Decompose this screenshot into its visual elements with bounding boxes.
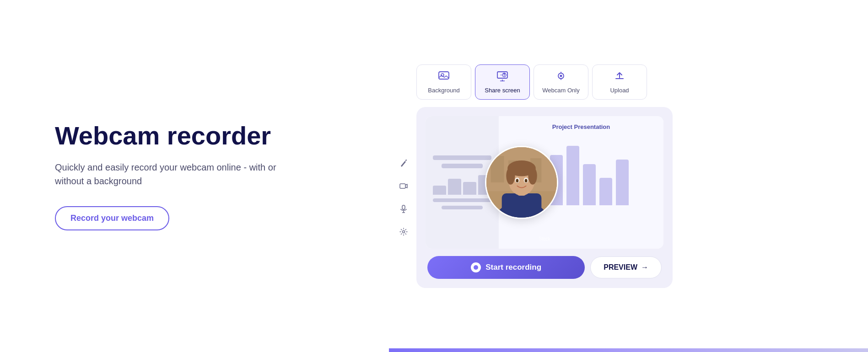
tab-webcam-only-label: Webcam Only xyxy=(542,87,579,94)
stock-watermark: Stock xyxy=(539,236,550,241)
recorder-area: Project Presentation xyxy=(416,107,673,288)
upload-icon xyxy=(614,70,625,84)
tab-upload-label: Upload xyxy=(610,87,629,94)
share-screen-icon xyxy=(496,70,508,84)
preview-button[interactable]: PREVIEW → xyxy=(590,256,662,278)
doc-bar-chart xyxy=(433,172,491,195)
video-button[interactable] xyxy=(396,179,411,193)
page-title: Webcam recorder xyxy=(55,122,352,150)
background-icon xyxy=(438,70,450,84)
action-bar: Start recording PREVIEW → xyxy=(426,256,663,279)
svg-point-26 xyxy=(506,167,515,185)
start-recording-button[interactable]: Start recording xyxy=(427,256,585,279)
tab-share-screen-label: Share screen xyxy=(485,87,520,94)
svg-rect-9 xyxy=(400,184,405,188)
webcam-overlay xyxy=(485,146,558,219)
preview-label: PREVIEW xyxy=(604,263,637,272)
chart-bar xyxy=(599,178,612,205)
chart-bar xyxy=(583,164,596,205)
arrow-right-icon: → xyxy=(641,263,648,272)
preview-content: Project Presentation xyxy=(426,116,663,249)
right-panel: Background Share screen xyxy=(389,0,868,352)
doc-bar-2 xyxy=(442,164,483,168)
svg-rect-10 xyxy=(402,205,405,209)
chart-bar xyxy=(566,146,579,205)
webcam-only-icon xyxy=(555,70,567,84)
recorder-sidebar xyxy=(396,156,411,239)
doc-bar-3 xyxy=(433,198,491,202)
record-webcam-button[interactable]: Record your webcam xyxy=(55,206,169,230)
tab-background[interactable]: Background xyxy=(416,64,471,100)
tab-webcam-only[interactable]: Webcam Only xyxy=(534,64,588,100)
svg-point-31 xyxy=(525,179,528,182)
svg-point-27 xyxy=(528,167,537,185)
svg-point-30 xyxy=(516,179,518,182)
recorder-preview: Project Presentation xyxy=(426,116,663,249)
chart-title: Project Presentation xyxy=(508,123,654,130)
magic-tool-button[interactable] xyxy=(396,156,411,171)
chart-bar xyxy=(616,160,629,205)
svg-rect-16 xyxy=(491,156,504,182)
record-dot xyxy=(471,262,481,272)
svg-point-13 xyxy=(403,230,405,233)
tab-background-label: Background xyxy=(428,87,459,94)
left-panel: Webcam recorder Quickly and easily recor… xyxy=(0,0,389,352)
mode-tabs: Background Share screen xyxy=(416,64,647,100)
mic-button[interactable] xyxy=(396,202,411,216)
tab-upload[interactable]: Upload xyxy=(592,64,647,100)
page-container: Webcam recorder Quickly and easily recor… xyxy=(0,0,868,352)
hero-subtitle: Quickly and easily record your webcam on… xyxy=(55,160,293,188)
tab-share-screen[interactable]: Share screen xyxy=(475,64,530,100)
svg-point-8 xyxy=(560,75,562,77)
settings-button[interactable] xyxy=(396,224,411,239)
start-recording-label: Start recording xyxy=(485,263,541,272)
bottom-accent-bar xyxy=(389,348,868,352)
doc-bar-1 xyxy=(433,155,491,160)
doc-bar-4 xyxy=(442,206,483,209)
